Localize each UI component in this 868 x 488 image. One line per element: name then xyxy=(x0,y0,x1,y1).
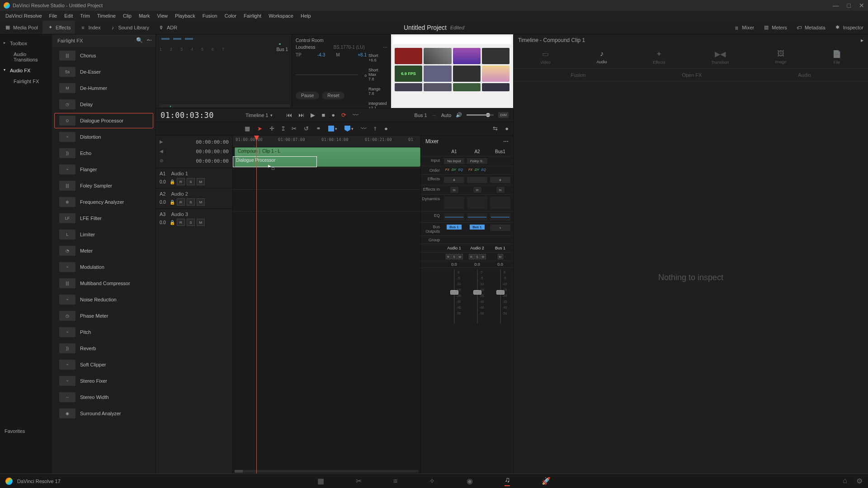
mute-bus[interactable]: M xyxy=(498,254,503,259)
duration-icon[interactable]: ⊘ xyxy=(160,158,163,164)
fx-item-de-esser[interactable]: SsDe-Esser xyxy=(54,64,153,80)
ch-name-a1[interactable]: Audio 1 xyxy=(443,244,466,252)
fusion-page-icon[interactable]: ✧ xyxy=(429,477,435,485)
lock-icon[interactable]: 🔒 xyxy=(170,200,175,205)
solo-a1[interactable]: S xyxy=(187,178,195,185)
fxin-a1[interactable]: In xyxy=(450,187,458,193)
fader-bus[interactable] xyxy=(500,269,501,324)
ch-name-a2[interactable]: Audio 2 xyxy=(466,244,489,252)
tab-video[interactable]: ▭Video xyxy=(540,50,551,65)
menu-fusion[interactable]: Fusion xyxy=(199,13,221,19)
pause-button[interactable]: Pause xyxy=(296,92,319,99)
tab-effects[interactable]: ✦Effects xyxy=(653,50,665,65)
bus-select[interactable]: Bus 1 xyxy=(415,113,427,118)
mixer-button[interactable]: ⫼Mixer xyxy=(729,24,759,31)
blue-marker-icon[interactable] xyxy=(344,126,350,131)
busout-bus[interactable]: + xyxy=(490,225,510,231)
dot-icon[interactable]: ● xyxy=(505,125,509,132)
sound-library-button[interactable]: ♪Sound Library xyxy=(105,21,154,34)
loudness-more-icon[interactable]: ⋯ xyxy=(383,45,387,50)
fx-item-chorus[interactable]: |||Chorus xyxy=(54,48,153,63)
pencil-tool-icon[interactable]: ↺ xyxy=(304,125,309,132)
rec-arm-a1[interactable]: R xyxy=(177,178,185,185)
minimize-button[interactable]: — xyxy=(833,2,839,9)
color-page-icon[interactable]: ◉ xyxy=(467,477,473,485)
menu-resolve[interactable]: DaVinci Resolve xyxy=(2,13,46,19)
track-header-a1[interactable]: A1Audio 10.0🔒RSM xyxy=(156,168,232,188)
rec-arm-a2[interactable]: R xyxy=(469,254,474,259)
busout-a2[interactable]: Bus 1 xyxy=(470,225,484,230)
prev-button[interactable]: ⏮ xyxy=(286,112,292,118)
tab-file[interactable]: 📄File xyxy=(832,50,841,65)
dyn-a1[interactable] xyxy=(444,197,464,209)
fx-slot-a1[interactable]: + xyxy=(444,177,464,183)
track-lane-a1[interactable]: Compoun|Clip 1 - L Dialogue Processor ▸ xyxy=(233,146,420,168)
fx-item-stereo-fixer[interactable]: ~Stereo Fixer xyxy=(54,373,153,389)
fairlight-page-icon[interactable]: ♫ xyxy=(505,476,510,486)
nav-audio-transitions[interactable]: Audio Transitions xyxy=(0,49,52,65)
play-button[interactable]: ▶ xyxy=(311,112,315,118)
fx-item-multiband-compressor[interactable]: |||Multiband Compressor xyxy=(54,276,153,291)
menu-fairlight[interactable]: Fairlight xyxy=(240,13,265,19)
close-button[interactable]: ✕ xyxy=(859,2,864,9)
fx-item-pitch[interactable]: ~Pitch xyxy=(54,324,153,340)
snap-icon[interactable]: ⫯ xyxy=(374,125,377,132)
record-button[interactable]: ● xyxy=(331,112,335,118)
mute-a2[interactable]: M xyxy=(197,198,205,206)
home-icon[interactable]: ⌂ xyxy=(843,477,847,485)
tab-transition[interactable]: ▶◀Transition xyxy=(711,50,729,65)
text-tool-icon[interactable]: Ɪ xyxy=(282,125,284,132)
solo-a1[interactable]: S xyxy=(452,254,457,259)
fx-item-frequency-analyzer[interactable]: ⊕Frequency Analyzer xyxy=(54,194,153,210)
menu-mark[interactable]: Mark xyxy=(135,13,153,19)
meters-button[interactable]: ▥Meters xyxy=(759,24,792,31)
solo-a3[interactable]: S xyxy=(187,219,195,226)
lock-icon[interactable]: 🔒 xyxy=(170,220,175,225)
fx-item-foley-sampler[interactable]: |||Foley Sampler xyxy=(54,178,153,193)
options-icon[interactable]: ⋯ xyxy=(146,37,152,43)
timeline-selector[interactable]: Timeline 1▾ xyxy=(245,113,273,118)
menu-trim[interactable]: Trim xyxy=(76,13,94,19)
layout-tool-icon[interactable]: ▦ xyxy=(245,125,250,132)
eq-a1[interactable] xyxy=(444,213,464,221)
auto-mode[interactable]: Auto xyxy=(441,113,452,118)
nav-audio-fx[interactable]: Audio FX xyxy=(0,65,52,76)
playhead[interactable] xyxy=(256,136,257,474)
pointer-tool-icon[interactable]: ➤ xyxy=(257,125,262,132)
menu-color[interactable]: Color xyxy=(221,13,240,19)
settings-icon[interactable]: ⚙ xyxy=(856,477,863,485)
reset-button[interactable]: Reset xyxy=(322,92,344,99)
tab-image[interactable]: 🖼Image xyxy=(775,50,786,65)
fx-item-surround-analyzer[interactable]: ◉Surround Analyzer xyxy=(54,406,153,421)
code-icon[interactable]: ⇆ xyxy=(493,125,498,132)
track-canvas[interactable]: 01:00:00:00 01:00:07:00 01:00:14:00 01:0… xyxy=(233,136,420,474)
favorites-header[interactable]: Favorites xyxy=(0,425,52,437)
fx-item-stereo-width[interactable]: ↔Stereo Width xyxy=(54,389,153,405)
deliver-page-icon[interactable]: 🚀 xyxy=(542,477,551,485)
metadata-button[interactable]: 🏷Metadata xyxy=(792,24,830,31)
busout-a1[interactable]: Bus 1 xyxy=(447,225,461,230)
track-header-a3[interactable]: A3Audio 30.0🔒RSM xyxy=(156,208,232,229)
dyn-a2[interactable] xyxy=(467,197,487,209)
mute-a3[interactable]: M xyxy=(197,219,205,226)
fx-item-modulation[interactable]: ~Modulation xyxy=(54,259,153,275)
fx-item-de-hummer[interactable]: MDe-Hummer xyxy=(54,80,153,96)
menu-workspace[interactable]: Workspace xyxy=(265,13,297,19)
inspector-button[interactable]: ✱Inspector xyxy=(830,24,868,31)
nav-fairlight-fx[interactable]: Fairlight FX xyxy=(0,76,52,87)
volume-slider[interactable] xyxy=(467,114,494,116)
subtab-audio[interactable]: Audio xyxy=(798,72,811,78)
loop-button[interactable]: ⟳ xyxy=(341,112,346,118)
timeline-ruler[interactable]: 01:00:00:00 01:00:07:00 01:00:14:00 01:0… xyxy=(233,136,420,146)
marker-icon[interactable]: ● xyxy=(384,125,388,132)
crosshair-tool-icon[interactable]: ✛ xyxy=(269,125,274,132)
edit-page-icon[interactable]: ≡ xyxy=(393,477,397,485)
subtab-openfx[interactable]: Open FX xyxy=(682,72,702,78)
media-pool-button[interactable]: ▦Media Pool xyxy=(0,21,42,34)
fx-item-distortion[interactable]: ~Distortion xyxy=(54,129,153,145)
razor-tool-icon[interactable]: ✂ xyxy=(292,125,297,132)
fx-list[interactable]: |||ChorusSsDe-EsserMDe-Hummer◷Delay⊙Dial… xyxy=(52,47,156,474)
index-button[interactable]: ≡Index xyxy=(75,21,105,34)
waveform-icon[interactable]: 〰 xyxy=(361,125,367,132)
fx-slot-a2[interactable] xyxy=(467,177,487,183)
